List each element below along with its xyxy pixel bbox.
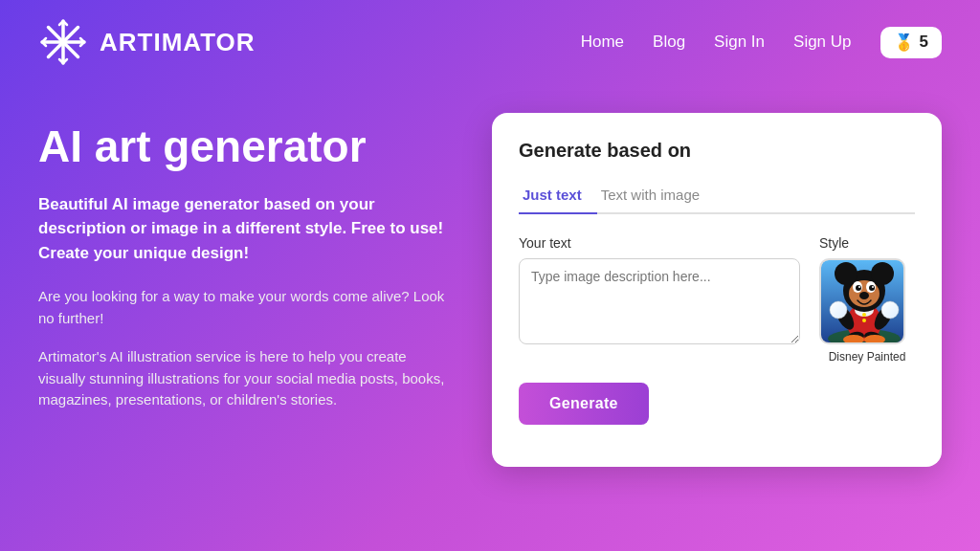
svg-point-33 — [872, 286, 874, 288]
main-content: AI art generator Beautiful AI image gene… — [0, 84, 980, 467]
generate-button[interactable]: Generate — [519, 383, 649, 425]
nav-blog[interactable]: Blog — [653, 33, 685, 52]
text-input[interactable] — [519, 258, 800, 344]
hero-title: AI art generator — [38, 122, 454, 171]
svg-point-36 — [862, 319, 866, 322]
generate-card: Generate based on Just text Text with im… — [492, 113, 942, 467]
svg-point-32 — [858, 286, 860, 288]
svg-point-22 — [830, 301, 847, 319]
style-name: Disney Painted — [819, 350, 915, 364]
coin-badge[interactable]: 🥇 5 — [880, 27, 942, 58]
style-thumbnail[interactable] — [819, 258, 905, 344]
svg-point-31 — [869, 285, 875, 291]
your-text-label: Your text — [519, 235, 800, 251]
tab-text-with-image[interactable]: Text with image — [597, 179, 715, 214]
nav-signup[interactable]: Sign Up — [793, 33, 851, 52]
svg-point-17 — [843, 335, 864, 344]
nav-home[interactable]: Home — [581, 33, 624, 52]
hero-section: AI art generator Beautiful AI image gene… — [38, 113, 454, 411]
header: ARTIMATOR Home Blog Sign In Sign Up 🥇 5 — [0, 0, 980, 84]
text-field-group: Your text — [519, 235, 800, 344]
nav-signin[interactable]: Sign In — [714, 33, 765, 52]
style-group: Style — [819, 235, 915, 364]
svg-point-30 — [856, 285, 861, 291]
card-title: Generate based on — [519, 140, 915, 162]
svg-point-18 — [864, 335, 885, 344]
svg-point-26 — [871, 262, 894, 285]
tab-just-text[interactable]: Just text — [519, 179, 597, 214]
hero-desc2: Artimator's AI illustration service is h… — [38, 346, 454, 411]
svg-point-23 — [881, 301, 899, 319]
svg-point-35 — [862, 313, 866, 317]
logo-icon — [38, 17, 88, 67]
style-image — [821, 260, 905, 344]
tabs: Just text Text with image — [519, 179, 915, 214]
coin-icon: 🥇 — [894, 33, 914, 53]
logo-text: ARTIMATOR — [100, 28, 256, 57]
coin-count: 5 — [920, 33, 928, 52]
style-label: Style — [819, 235, 915, 251]
svg-point-25 — [835, 262, 858, 285]
logo[interactable]: ARTIMATOR — [38, 17, 256, 67]
hero-subtitle: Beautiful AI image generator based on yo… — [38, 192, 454, 266]
nav: Home Blog Sign In Sign Up 🥇 5 — [581, 27, 942, 58]
form-row: Your text Style — [519, 235, 915, 364]
hero-desc1: Are you looking for a way to make your w… — [38, 286, 454, 329]
svg-point-34 — [859, 292, 869, 299]
